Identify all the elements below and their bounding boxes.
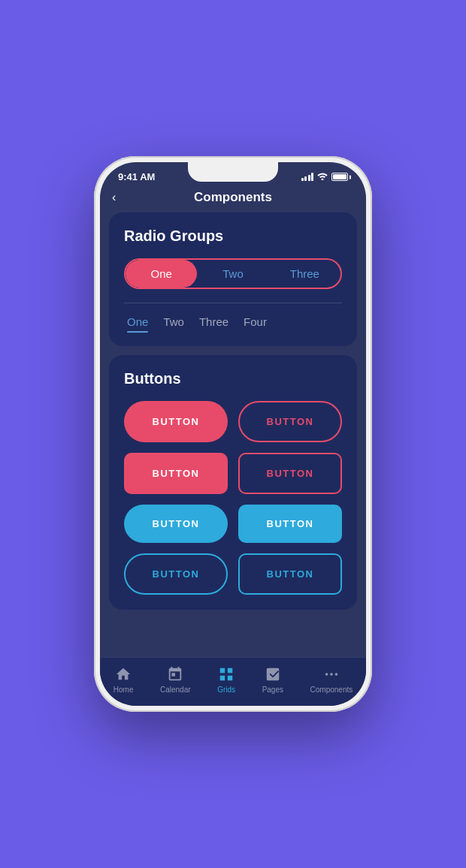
tab-pages[interactable]: Pages — [262, 665, 283, 694]
divider — [124, 303, 342, 303]
tab-calendar[interactable]: Calendar — [160, 665, 191, 694]
tab-calendar-label: Calendar — [160, 686, 191, 694]
tab-components[interactable]: Components — [310, 665, 353, 694]
tab-home[interactable]: Home — [113, 665, 134, 694]
button-red-outline-square[interactable]: BUTTON — [238, 453, 342, 494]
radio-groups-title: Radio Groups — [124, 228, 342, 245]
svg-point-1 — [330, 673, 333, 676]
nav-header: ‹ Components — [100, 185, 366, 212]
segmented-control: One Two Three — [124, 258, 342, 289]
back-button[interactable]: ‹ — [112, 191, 116, 204]
buttons-card: Buttons BUTTON BUTTON BUTTON BUTTON — [109, 355, 357, 610]
tab-bar: Home Calendar Grids — [100, 657, 366, 706]
tab-grids[interactable]: Grids — [217, 665, 235, 694]
grids-icon — [217, 665, 235, 683]
battery-icon — [331, 173, 348, 181]
phone-frame: 9:41 AM ‹ Comp — [94, 156, 372, 712]
phone-screen: 9:41 AM ‹ Comp — [100, 162, 366, 706]
more-icon — [322, 665, 340, 683]
button-red-filled-square[interactable]: BUTTON — [124, 453, 228, 494]
button-red-outline-rounded[interactable]: BUTTON — [238, 401, 342, 442]
home-icon — [114, 665, 132, 683]
button-blue-filled-square[interactable]: BUTTON — [238, 505, 342, 543]
button-blue-outline-square[interactable]: BUTTON — [238, 553, 342, 595]
svg-point-2 — [334, 673, 337, 676]
tab-radio-four[interactable]: Four — [244, 315, 267, 331]
wifi-icon — [317, 172, 328, 182]
signal-icon — [301, 173, 314, 181]
seg-item-one[interactable]: One — [126, 260, 197, 288]
pages-icon — [264, 665, 282, 683]
tab-radio-three[interactable]: Three — [199, 315, 228, 331]
button-red-filled-rounded[interactable]: BUTTON — [124, 401, 228, 442]
button-blue-outline-rounded[interactable]: BUTTON — [124, 553, 228, 595]
tab-radio-one[interactable]: One — [127, 315, 148, 331]
tab-radio-group: One Two Three Four — [124, 315, 342, 331]
tab-components-label: Components — [310, 686, 353, 694]
status-icons — [301, 172, 349, 182]
seg-item-three[interactable]: Three — [269, 260, 340, 288]
tab-home-label: Home — [113, 686, 134, 694]
button-blue-filled-rounded[interactable]: BUTTON — [124, 505, 228, 543]
buttons-title: Buttons — [124, 370, 342, 387]
tab-radio-two[interactable]: Two — [163, 315, 184, 331]
seg-item-two[interactable]: Two — [197, 260, 268, 288]
calendar-icon — [166, 665, 184, 683]
status-time: 9:41 AM — [118, 171, 155, 182]
tab-pages-label: Pages — [262, 686, 283, 694]
notch — [188, 162, 278, 182]
buttons-grid: BUTTON BUTTON BUTTON BUTTON BUTTON — [124, 401, 342, 595]
page-title: Components — [194, 190, 272, 205]
svg-point-0 — [325, 673, 328, 676]
content-area: Radio Groups One Two Three — [100, 212, 366, 657]
radio-groups-card: Radio Groups One Two Three — [109, 212, 357, 346]
tab-grids-label: Grids — [217, 686, 235, 694]
